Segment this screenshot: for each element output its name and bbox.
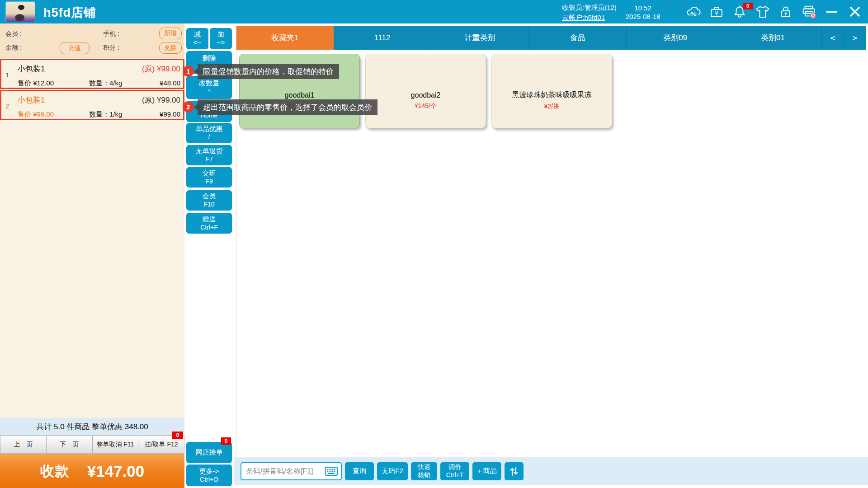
gift-button[interactable]: 赠送 Ctrl+F [186,213,232,234]
tabs-prev-arrow[interactable]: < [822,26,844,50]
cart-item[interactable]: 2 小包装1 (原) ¥99.00 售价 ¥99.00 数量：1/kg ¥99.… [0,90,184,120]
member-panel: 会员 : 手机 : 新增 余额 : 充值 积分 : 兑换 [0,23,184,58]
lock-icon[interactable] [778,4,793,19]
cart-item-original-price: (原) ¥99.00 [142,64,180,74]
product-card[interactable]: goodbai2 ¥145/个 [365,54,486,128]
bottom-action-bar: 查询 无码F2 快速 核销 调价 Ctrl+T + 商品 [234,457,868,485]
cart-item-name: 小包装1 [18,95,45,105]
checkout-label: 收款 [40,462,70,481]
svg-text:¥: ¥ [715,10,718,17]
online-orders-button[interactable]: 网店接单 0 [186,442,232,463]
qty-plus-button[interactable]: 加 --> [210,28,232,49]
category-tab-bar: 收藏夹1 1112 计重类别 食品 类别09 类别01 < > [236,26,866,50]
prev-page-button[interactable]: 上一页 [0,435,47,454]
more-button[interactable]: 更多-> Ctrl+O [186,465,232,486]
member-button[interactable]: 会员 F10 [186,190,232,211]
cart-item-quantity: 数量：4/kg [89,79,135,88]
member-label: 会员 : [5,30,22,38]
tooltip-retail-price: 超出范围取商品的零售价，选择了会员的取会员价 [198,99,377,115]
no-barcode-button[interactable]: 无码F2 [377,462,408,480]
cloud-account-link[interactable]: 云帐户:h5fd01 [562,13,605,22]
online-orders-badge: 0 [221,437,231,445]
cart-item[interactable]: 1 小包装1 (原) ¥99.00 售价 ¥12.00 数量：4/kg ¥48.… [0,59,184,89]
tab-category01[interactable]: 类别01 [724,26,822,50]
sort-toggle-button[interactable] [505,462,524,480]
tab-favorites[interactable]: 收藏夹1 [236,26,334,50]
item-discount-button[interactable]: 单品优惠 / [186,123,232,143]
checkout-button[interactable]: 收款 ¥147.00 [0,454,184,488]
tab-category09[interactable]: 类别09 [627,26,724,50]
quick-verify-button[interactable]: 快速 核销 [411,462,437,480]
phone-label: 手机 : [103,30,119,38]
tooltip-badge-2: 2 [183,101,194,113]
recharge-button[interactable]: 充值 [60,42,90,54]
tab-weighed-category[interactable]: 计重类别 [431,26,529,50]
cash-drawer-icon[interactable]: ¥ [709,4,724,19]
cart-item-amount: ¥48.00 [135,79,180,88]
product-card[interactable]: 黑波珍珠奶茶味吸吸果冻 ¥2/块 [491,54,612,128]
hold-retrieve-order-button[interactable]: 挂/取单 F12 0 [138,435,184,454]
tshirt-theme-icon[interactable] [755,4,770,19]
tab-1112[interactable]: 1112 [334,26,431,50]
hold-order-badge: 0 [172,432,183,439]
cart-item-name: 小包装1 [18,64,45,74]
query-button[interactable]: 查询 [345,462,374,480]
redeem-button[interactable]: 兑换 [159,42,182,54]
clock-block: 10:52 2025-08-18 [620,4,665,21]
product-name: goodbai1 [285,91,315,99]
close-button[interactable] [847,4,863,19]
store-logo-image [6,2,35,22]
cart-pagination: 上一页 下一页 整单取消 F11 挂/取单 F12 0 [0,435,184,454]
order-summary: 共计 5.0 件商品 整单优惠 348.00 [0,418,184,435]
member-add-button[interactable]: 新增 [159,28,182,39]
clock-time: 10:52 [620,4,665,12]
sort-arrows-icon [509,465,519,477]
product-price: ¥145/个 [415,102,437,110]
balance-label: 余额 : [5,44,22,52]
pos-app: h5fd店铺 收银员:管理员(12) 云帐户:h5fd01 10:52 2025… [0,0,868,488]
product-price: ¥2/块 [544,103,559,111]
cart-item-quantity: 数量：1/kg [89,110,135,119]
adjust-price-button[interactable]: 调价 Ctrl+T [440,462,469,480]
cancel-order-button[interactable]: 整单取消 F11 [93,435,139,454]
cashier-name: 收银员:管理员(12) [562,3,617,12]
change-quantity-button[interactable]: 改数量 * [186,76,232,99]
add-product-button[interactable]: + 商品 [472,462,501,480]
product-name: goodbai2 [411,91,441,99]
titlebar-icons: ¥ 0 [686,0,863,23]
tooltip-badge-1: 1 [183,66,194,77]
qty-minus-button[interactable]: 减 <-- [186,28,208,49]
checkout-amount: ¥147.00 [87,462,145,480]
tab-food[interactable]: 食品 [529,26,627,50]
points-label: 积分 : [103,44,119,52]
search-input[interactable] [245,467,325,476]
notifications-bell-icon[interactable]: 0 [732,4,747,19]
product-search-box[interactable] [241,462,342,480]
store-title: h5fd店铺 [43,5,96,21]
cart-item-sale-price: 售价 ¥99.00 [18,110,89,119]
cart-item-original-price: (原) ¥99.00 [142,95,180,105]
cart-item-sale-price: 售价 ¥12.00 [18,79,89,88]
printer-icon[interactable] [801,4,816,19]
virtual-keyboard-icon[interactable] [325,466,338,476]
cashier-block: 收银员:管理员(12) 云帐户:h5fd01 [562,3,617,22]
cart-item-amount: ¥99.00 [135,110,180,119]
order-panel: 会员 : 手机 : 新增 余额 : 充值 积分 : 兑换 1 小包装1 (原) … [0,23,184,488]
product-name: 黑波珍珠奶茶味吸吸果冻 [512,90,592,100]
no-receipt-return-button[interactable]: 无单退货 F7 [186,145,232,165]
shift-change-button[interactable]: 交班 F9 [186,167,232,188]
panel-divider [236,26,236,488]
tabs-next-arrow[interactable]: > [844,26,866,50]
cloud-sync-icon[interactable] [686,4,701,19]
tooltip-promo-price: 限量促销数量内的价格，取促销的特价 [198,64,339,79]
notification-badge: 0 [743,3,753,9]
titlebar: h5fd店铺 收银员:管理员(12) 云帐户:h5fd01 10:52 2025… [0,0,868,23]
cart-item-index: 2 [5,102,9,110]
cart-item-index: 1 [5,71,9,79]
clock-date: 2025-08-18 [620,12,665,21]
minimize-button[interactable] [824,4,840,19]
next-page-button[interactable]: 下一页 [47,435,93,454]
